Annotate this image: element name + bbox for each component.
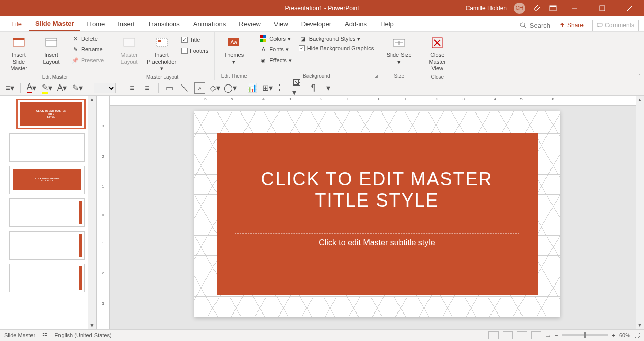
- layout-thumbnail[interactable]: [9, 198, 85, 227]
- quick-access-toolbar: ≡▾ A▾ ✎▾ A▾ ✎▾ ≡ ≡ ▭ ＼ A ◇▾ ◯▾ 📊 ⊞▾ ⛶ 🖼▾…: [0, 80, 644, 96]
- title-placeholder[interactable]: Click to edit Master title style: [235, 152, 519, 228]
- ribbon-display-icon[interactable]: [548, 4, 558, 13]
- tab-help[interactable]: Help: [374, 17, 400, 31]
- subtitle-placeholder[interactable]: Click to edit Master subtitle style: [235, 233, 519, 252]
- status-view-label: Slide Master: [4, 332, 35, 338]
- zoom-level[interactable]: 60%: [619, 332, 630, 338]
- status-language[interactable]: English (United States): [54, 332, 112, 338]
- tab-file[interactable]: File: [5, 17, 28, 31]
- user-name[interactable]: Camille Holden: [466, 5, 507, 12]
- user-avatar[interactable]: CH: [514, 3, 525, 14]
- minimize-button[interactable]: [565, 0, 585, 16]
- sorter-view-button[interactable]: [503, 331, 513, 339]
- share-button[interactable]: Share: [555, 20, 588, 31]
- horizontal-ruler: 6 5 4 3 2 1 0 1 2 3 4 5 6: [110, 96, 636, 106]
- circle-icon[interactable]: ◯▾: [225, 82, 236, 94]
- layout-thumbnail[interactable]: [9, 133, 85, 162]
- slide-canvas-area[interactable]: Click to edit Master title style Click t…: [110, 106, 644, 329]
- collapse-ribbon-button[interactable]: ˄: [638, 73, 641, 79]
- slide[interactable]: Click to edit Master title style Click t…: [194, 111, 560, 317]
- tab-home[interactable]: Home: [81, 17, 111, 31]
- tab-review[interactable]: Review: [233, 17, 267, 31]
- close-window-button[interactable]: [620, 0, 640, 16]
- fit-to-window-button[interactable]: ⛶: [634, 332, 640, 338]
- tab-view[interactable]: View: [268, 17, 294, 31]
- tab-animations[interactable]: Animations: [187, 17, 232, 31]
- footers-checkbox[interactable]: Footers: [179, 47, 210, 55]
- group-size: Slide Size ▾ Size: [380, 32, 418, 80]
- search-box[interactable]: Search: [519, 22, 550, 30]
- reading-view-button[interactable]: [517, 331, 527, 339]
- maximize-button[interactable]: [592, 0, 612, 16]
- master-layout-button: Master Layout: [114, 34, 144, 66]
- rename-button[interactable]: ✎Rename: [69, 44, 106, 54]
- main-area: CLICK TO EDIT MASTER TITLESTYLE CLICK TO…: [0, 96, 644, 329]
- normal-view-button[interactable]: [488, 331, 499, 339]
- accessibility-icon[interactable]: ☷: [42, 332, 47, 339]
- layout-thumbnail[interactable]: [9, 231, 85, 260]
- fonts-button[interactable]: AFonts ▾: [257, 44, 293, 54]
- text-effects-icon[interactable]: A▾: [56, 82, 68, 94]
- zoom-slider[interactable]: [562, 334, 608, 336]
- vertical-scrollbar[interactable]: ▲ ▼: [636, 96, 644, 329]
- preserve-button[interactable]: 📌Preserve: [69, 55, 106, 65]
- textbox-icon[interactable]: A: [194, 82, 205, 94]
- delete-button[interactable]: ✕Delete: [69, 34, 106, 44]
- svg-point-6: [520, 23, 525, 27]
- close-master-view-button[interactable]: Close Master View: [422, 34, 452, 73]
- layout-thumbnail[interactable]: [9, 264, 85, 292]
- insert-slide-master-button[interactable]: Insert Slide Master: [4, 34, 34, 73]
- symbol-icon[interactable]: ¶: [308, 82, 319, 94]
- crop-icon[interactable]: ⛶: [277, 82, 288, 94]
- line-icon[interactable]: ＼: [179, 82, 190, 94]
- zoom-out-button[interactable]: −: [555, 332, 558, 338]
- tab-insert[interactable]: Insert: [112, 17, 141, 31]
- svg-text:Aa: Aa: [231, 39, 238, 45]
- slideshow-view-button[interactable]: [531, 331, 541, 339]
- thumbnail-scrollbar[interactable]: ▲ ▼: [88, 96, 96, 329]
- tab-transitions[interactable]: Transitions: [142, 17, 186, 31]
- font-size-select[interactable]: [94, 83, 116, 93]
- vertical-ruler: 3 2 1 0 1 2 3: [97, 96, 110, 329]
- more-icon[interactable]: ▾: [323, 82, 334, 94]
- editor-area: 6 5 4 3 2 1 0 1 2 3 4 5 6 Click to edit …: [110, 96, 644, 329]
- tab-developer[interactable]: Developer: [295, 17, 338, 31]
- tab-slide-master[interactable]: Slide Master: [29, 17, 80, 31]
- shapes-icon[interactable]: ◇▾: [209, 82, 221, 94]
- numbering-icon[interactable]: ≡: [142, 82, 153, 94]
- svg-rect-10: [13, 38, 24, 40]
- slide-size-button[interactable]: Slide Size ▾: [384, 34, 414, 66]
- align-left-icon[interactable]: ≡▾: [4, 82, 15, 94]
- comments-button[interactable]: Comments: [592, 20, 639, 31]
- zoom-in-button[interactable]: +: [612, 332, 615, 338]
- pen-icon[interactable]: [532, 4, 541, 13]
- hide-bg-checkbox[interactable]: ✓Hide Background Graphics: [297, 44, 376, 52]
- title-checkbox[interactable]: ✓Title: [179, 36, 210, 44]
- master-thumbnail[interactable]: CLICK TO EDIT MASTER TITLESTYLE: [16, 99, 86, 129]
- picture-icon[interactable]: 🖼▾: [292, 82, 303, 94]
- colors-button[interactable]: Colors ▾: [257, 34, 293, 44]
- text-outline-icon[interactable]: ✎▾: [72, 82, 83, 94]
- highlight-icon[interactable]: ✎▾: [41, 82, 52, 94]
- background-styles-button[interactable]: ◪Background Styles ▾: [297, 34, 376, 44]
- layout-thumbnail[interactable]: CLICK TO EDIT MASTERTITLE STYLE: [9, 166, 85, 194]
- bullets-icon[interactable]: ≡: [127, 82, 138, 94]
- background-dialog-launcher[interactable]: ◢: [374, 74, 378, 79]
- group-edit-master: Insert Slide Master Insert Layout ✕Delet…: [0, 32, 110, 80]
- insert-placeholder-button[interactable]: Insert Placeholder ▾: [147, 34, 176, 73]
- group-master-layout: Master Layout Insert Placeholder ▾ ✓Titl…: [110, 32, 215, 80]
- group-close: Close Master View Close: [418, 32, 456, 80]
- slide-background: Click to edit Master title style Click t…: [217, 133, 538, 295]
- themes-button[interactable]: Aa Themes ▾: [219, 34, 249, 66]
- chart-icon[interactable]: 📊: [247, 82, 258, 94]
- rectangle-icon[interactable]: ▭: [164, 82, 175, 94]
- effects-button[interactable]: ◉Effects ▾: [257, 55, 293, 65]
- svg-rect-13: [124, 38, 135, 46]
- effects-icon: ◉: [259, 56, 267, 64]
- notes-button[interactable]: ▭: [545, 332, 550, 339]
- svg-rect-3: [600, 6, 605, 11]
- tab-addins[interactable]: Add-ins: [339, 17, 373, 31]
- insert-layout-button[interactable]: Insert Layout: [37, 34, 66, 66]
- table-icon[interactable]: ⊞▾: [262, 82, 273, 94]
- font-color-icon[interactable]: A▾: [26, 82, 37, 94]
